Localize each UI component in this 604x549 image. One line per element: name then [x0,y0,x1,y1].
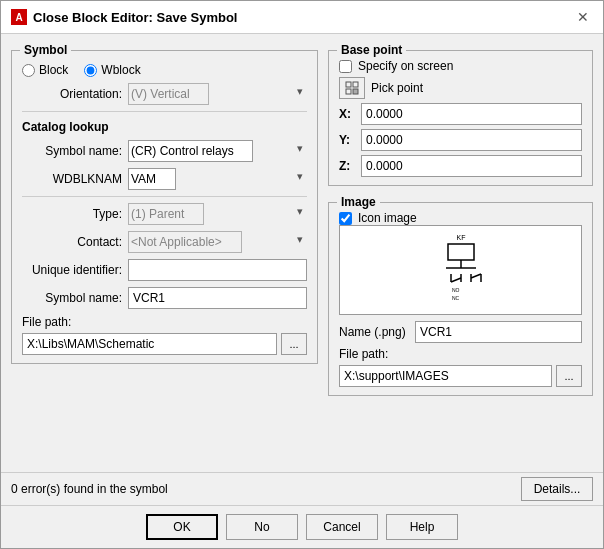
symbol-name-row: Symbol name: (CR) Control relays [22,140,307,162]
file-path-label-left: File path: [22,315,82,329]
base-point-group: Base point Specify on screen Pic [328,50,593,186]
type-label: Type: [22,207,122,221]
nc-label: NC [452,295,460,301]
title-bar: A Close Block Editor: Save Symbol ✕ [1,1,603,34]
icon-image-label: Icon image [358,211,417,225]
type-row: Type: (1) Parent [22,203,307,225]
block-radio-text: Block [39,63,68,77]
pick-point-row: Pick point [339,77,582,99]
sym-name-input[interactable] [128,287,307,309]
wdblknam-row: WDBLKNAM VAM [22,168,307,190]
name-png-label: Name (.png) [339,325,409,339]
close-button[interactable]: ✕ [573,7,593,27]
svg-line-11 [471,274,481,278]
file-path-input-right[interactable] [339,365,552,387]
file-path-label-right: File path: [339,347,582,361]
dialog-body: Symbol Block Wblock Orientation: [1,34,603,472]
file-path-input-left[interactable] [22,333,277,355]
contact-select-wrapper: <Not Applicable> [128,231,307,253]
icon-image-checkbox[interactable] [339,212,352,225]
orientation-row: Orientation: (V) Vertical [22,83,307,105]
left-panel: Symbol Block Wblock Orientation: [11,44,318,462]
z-coord-row: Z: [339,155,582,177]
symbol-group: Symbol Block Wblock Orientation: [11,50,318,364]
symbol-group-label: Symbol [20,43,71,57]
base-point-label: Base point [337,43,406,57]
wblock-radio-label[interactable]: Wblock [84,63,140,77]
image-preview: KF NO NC [339,225,582,315]
x-coord-row: X: [339,103,582,125]
type-select[interactable]: (1) Parent [128,203,204,225]
block-radio-label[interactable]: Block [22,63,68,77]
status-text: 0 error(s) found in the symbol [11,482,168,496]
sym-name-label: Symbol name: [22,291,122,305]
orientation-select-wrapper: (V) Vertical [128,83,307,105]
browse-button-left[interactable]: ... [281,333,307,355]
y-label: Y: [339,133,355,147]
image-group-label: Image [337,195,380,209]
svg-rect-0 [346,82,351,87]
no-label: NO [452,287,460,293]
kf-label: KF [456,234,465,241]
details-button[interactable]: Details... [521,477,593,501]
svg-rect-2 [346,89,351,94]
type-select-wrapper: (1) Parent [128,203,307,225]
svg-line-8 [451,278,461,282]
help-button[interactable]: Help [386,514,458,540]
catalog-label: Catalog lookup [22,120,307,134]
y-input[interactable] [361,129,582,151]
app-icon: A [11,9,27,25]
relay-symbol-svg: KF NO NC [426,230,496,310]
name-png-input[interactable] [415,321,582,343]
symbol-name-select-wrapper: (CR) Control relays [128,140,307,162]
ok-button[interactable]: OK [146,514,218,540]
wdblknam-label: WDBLKNAM [22,172,122,186]
svg-rect-3 [353,89,358,94]
file-path-input-row-right: ... [339,365,582,387]
icon-image-row: Icon image [339,211,582,225]
pick-point-icon [344,80,360,96]
symbol-name-label: Symbol name: [22,144,122,158]
no-button[interactable]: No [226,514,298,540]
orientation-select[interactable]: (V) Vertical [128,83,209,105]
pick-point-label: Pick point [371,81,423,95]
block-radio[interactable] [22,64,35,77]
file-path-row-left: File path: [22,315,307,329]
y-coord-row: Y: [339,129,582,151]
specify-on-screen-checkbox[interactable] [339,60,352,73]
x-label: X: [339,107,355,121]
pick-point-button[interactable] [339,77,365,99]
wdblknam-select-wrapper: VAM [128,168,307,190]
specify-on-screen-label: Specify on screen [358,59,453,73]
z-label: Z: [339,159,355,173]
specify-on-screen-row: Specify on screen [339,59,582,73]
svg-rect-4 [448,244,474,260]
cancel-button[interactable]: Cancel [306,514,378,540]
wdblknam-select[interactable]: VAM [128,168,176,190]
symbol-name-select[interactable]: (CR) Control relays [128,140,253,162]
radio-group: Block Wblock [22,63,307,77]
image-group: Image Icon image KF [328,202,593,396]
wblock-radio-text: Wblock [101,63,140,77]
svg-rect-1 [353,82,358,87]
x-input[interactable] [361,103,582,125]
contact-row: Contact: <Not Applicable> [22,231,307,253]
status-bar: 0 error(s) found in the symbol Details..… [1,472,603,505]
orientation-label: Orientation: [22,87,122,101]
right-panel: Base point Specify on screen Pic [328,44,593,462]
contact-label: Contact: [22,235,122,249]
dialog-footer: OK No Cancel Help [1,505,603,548]
browse-button-right[interactable]: ... [556,365,582,387]
unique-id-input[interactable] [128,259,307,281]
dialog-title: Close Block Editor: Save Symbol [33,10,567,25]
contact-select[interactable]: <Not Applicable> [128,231,242,253]
unique-id-label: Unique identifier: [22,263,122,277]
sym-name-row: Symbol name: [22,287,307,309]
wblock-radio[interactable] [84,64,97,77]
name-png-row: Name (.png) [339,321,582,343]
unique-id-row: Unique identifier: [22,259,307,281]
z-input[interactable] [361,155,582,177]
file-path-input-row-left: ... [22,333,307,355]
dialog: A Close Block Editor: Save Symbol ✕ Symb… [0,0,604,549]
